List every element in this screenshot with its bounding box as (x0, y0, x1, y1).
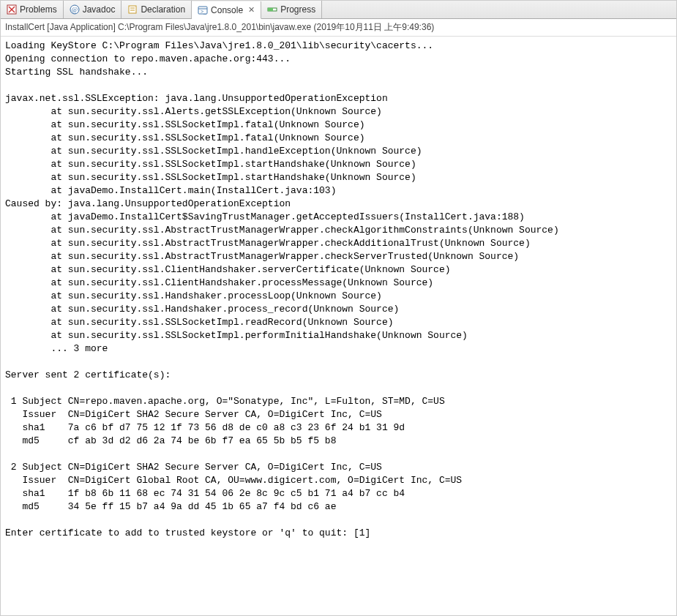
tab-javadoc[interactable]: @ Javadoc (64, 1, 122, 18)
javadoc-icon: @ (70, 4, 80, 15)
tab-label: Progress (280, 4, 315, 15)
tab-label: Javadoc (83, 4, 116, 15)
close-icon[interactable]: ✕ (248, 5, 255, 15)
problems-icon (7, 4, 17, 15)
view-tab-bar: Problems @ Javadoc Declaration >_ Consol… (1, 1, 676, 19)
tab-label: Console (211, 5, 243, 15)
tab-declaration[interactable]: Declaration (121, 1, 192, 18)
launch-description: InstallCert [Java Application] C:\Progra… (1, 19, 676, 37)
console-output[interactable]: Loading KeyStore C:\Program Files\Java\j… (1, 37, 676, 543)
svg-text:@: @ (72, 6, 78, 13)
declaration-icon (127, 4, 138, 15)
tab-console[interactable]: >_ Console ✕ (192, 1, 261, 19)
svg-rect-12 (268, 8, 273, 11)
tab-progress[interactable]: Progress (261, 1, 322, 18)
console-icon: >_ (198, 5, 208, 15)
progress-icon (267, 4, 277, 15)
tab-label: Problems (20, 4, 57, 15)
tab-label: Declaration (141, 4, 185, 15)
tab-problems[interactable]: Problems (1, 1, 64, 18)
svg-text:>_: >_ (201, 9, 206, 15)
svg-rect-5 (129, 6, 136, 13)
